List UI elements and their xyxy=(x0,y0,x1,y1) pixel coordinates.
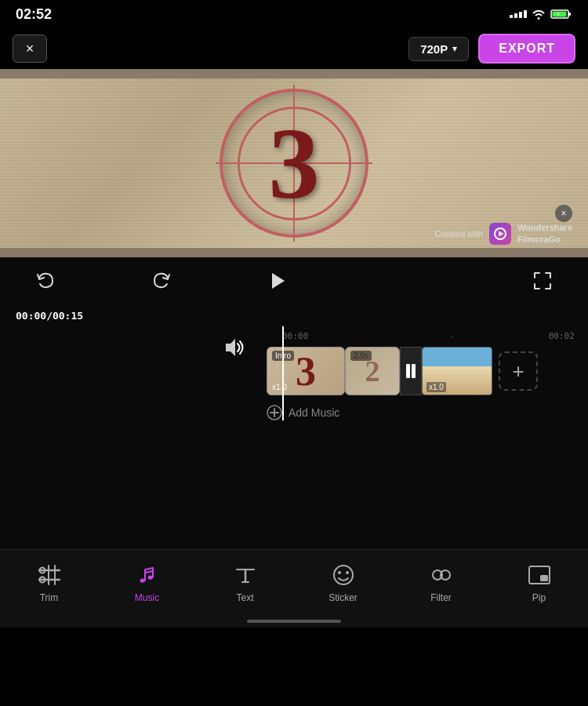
pip-icon xyxy=(527,562,552,588)
bottom-nav: Trim Music Text xyxy=(0,549,588,628)
nav-item-pip[interactable]: Pip xyxy=(490,562,588,603)
nav-item-sticker[interactable]: Sticker xyxy=(294,562,392,603)
battery-icon xyxy=(550,9,572,20)
video-track: Intro 3 x1.0 2.0s 2 x1.0 xyxy=(267,345,588,397)
countdown-display: 3 xyxy=(216,85,372,242)
music-label: Music xyxy=(135,592,159,603)
clip-intro-speed: x1.0 xyxy=(272,383,287,391)
add-music-label: Add Music xyxy=(289,406,339,419)
top-bar: × 720P ▾ EXPORT xyxy=(0,28,588,69)
timeline-area: 00:00/00:15 00:00 - 00:02 - 00: Intro xyxy=(0,257,588,628)
trim-label: Trim xyxy=(40,592,59,603)
clip-2-label: 2.0s xyxy=(350,351,372,361)
ruler-mark-dash: - xyxy=(449,331,455,341)
nav-item-text[interactable]: Text xyxy=(196,562,294,603)
add-music-button[interactable]: Add Music xyxy=(267,405,339,420)
clip-intro[interactable]: Intro 3 x1.0 xyxy=(267,347,345,395)
svg-marker-5 xyxy=(272,273,285,289)
export-button[interactable]: EXPORT xyxy=(478,34,575,64)
clip-intro-number: 3 xyxy=(296,348,316,395)
clip-beach-speed: x1.0 xyxy=(426,382,446,392)
ruler-mark-1: 00:02 xyxy=(549,331,575,341)
film-edge-top xyxy=(0,69,588,78)
text-icon xyxy=(233,562,258,588)
current-time: 00:00/00:15 xyxy=(16,310,83,322)
nav-item-trim[interactable]: Trim xyxy=(0,562,98,603)
home-indicator xyxy=(247,620,341,623)
music-track: Add Music xyxy=(267,400,588,420)
wifi-icon xyxy=(532,9,546,20)
add-clip-icon: + xyxy=(512,359,524,384)
watermark-brand: Wondershare FilmoraGo xyxy=(517,222,572,245)
resolution-selector[interactable]: 720P ▾ xyxy=(408,37,469,61)
chevron-down-icon: ▾ xyxy=(452,43,457,54)
timeline-ruler: 00:00 - 00:02 - 00: xyxy=(0,326,588,345)
controls-row xyxy=(0,257,588,304)
film-canvas: 3 × Created with Wondershare FilmoraGo xyxy=(0,69,588,257)
filter-label: Filter xyxy=(430,592,452,603)
svg-rect-7 xyxy=(406,364,410,378)
svg-point-22 xyxy=(346,571,349,574)
redo-button[interactable] xyxy=(147,267,176,295)
clip-beach[interactable]: x1.0 xyxy=(422,347,492,395)
video-preview: 3 × Created with Wondershare FilmoraGo xyxy=(0,69,588,257)
pip-label: Pip xyxy=(532,592,546,603)
close-icon: × xyxy=(26,41,34,57)
nav-item-music[interactable]: Music xyxy=(98,562,196,603)
nav-item-filter[interactable]: Filter xyxy=(392,562,490,603)
watermark-created-with: Created with xyxy=(434,229,483,238)
clip-2[interactable]: 2.0s 2 xyxy=(345,347,400,395)
time-display: 00:00/00:15 xyxy=(0,304,588,326)
svg-marker-4 xyxy=(499,231,504,236)
resolution-value: 720P xyxy=(420,42,448,56)
watermark-close-icon[interactable]: × xyxy=(555,205,572,222)
volume-icon[interactable] xyxy=(220,336,248,362)
fullscreen-button[interactable] xyxy=(528,267,557,295)
filmorago-logo xyxy=(489,223,511,245)
timeline-wrapper: 00:00 - 00:02 - 00: Intro 3 x1.0 xyxy=(0,326,588,420)
clip-transition[interactable] xyxy=(400,347,422,395)
playhead xyxy=(282,326,284,420)
sticker-icon xyxy=(331,562,356,588)
svg-rect-8 xyxy=(412,364,416,378)
close-button[interactable]: × xyxy=(13,35,47,63)
text-label: Text xyxy=(236,592,253,603)
svg-point-21 xyxy=(338,571,341,574)
svg-marker-6 xyxy=(226,339,235,356)
ruler-mark-0: 00:00 xyxy=(282,331,308,341)
status-bar: 02:52 xyxy=(0,0,588,28)
svg-line-16 xyxy=(145,571,153,573)
filter-icon xyxy=(429,562,454,588)
add-clip-button[interactable]: + xyxy=(499,351,538,391)
film-edge-bottom xyxy=(0,248,588,257)
watermark: × Created with Wondershare FilmoraGo xyxy=(434,222,572,245)
svg-rect-1 xyxy=(568,13,571,16)
countdown-number: 3 xyxy=(269,112,320,214)
signal-icon xyxy=(510,10,527,18)
svg-rect-26 xyxy=(540,575,548,581)
undo-button[interactable] xyxy=(31,267,60,295)
status-time: 02:52 xyxy=(16,6,52,23)
status-icons xyxy=(510,9,572,20)
svg-point-20 xyxy=(334,566,353,584)
trim-icon xyxy=(37,562,62,588)
play-button[interactable] xyxy=(263,267,291,295)
sticker-label: Sticker xyxy=(328,592,358,603)
music-icon xyxy=(135,562,160,588)
